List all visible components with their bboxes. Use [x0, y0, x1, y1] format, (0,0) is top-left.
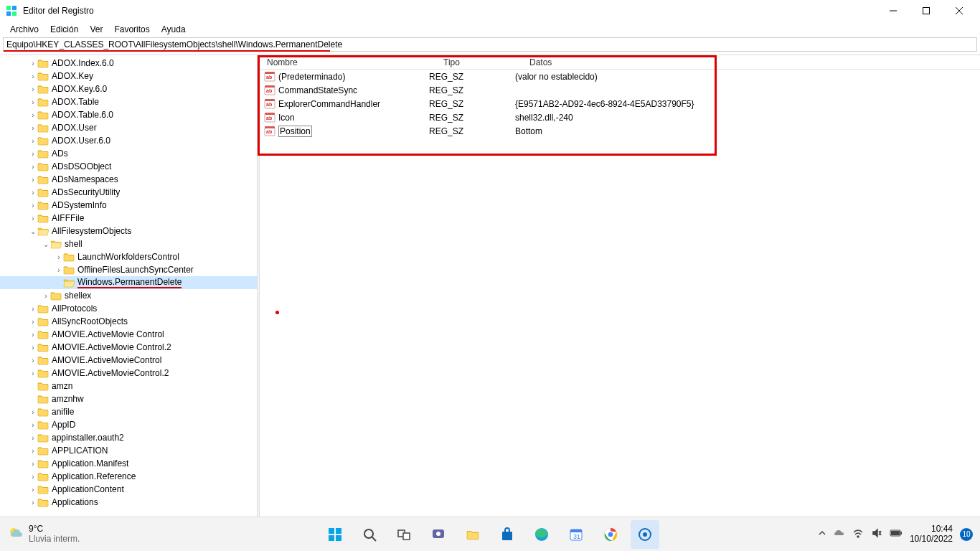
tree-item[interactable]: ›AllSyncRootObjects [0, 315, 257, 328]
tree-item[interactable]: ›shellex [0, 289, 257, 302]
tree-item[interactable]: ›ADOX.Index.6.0 [0, 57, 257, 70]
minimize-button[interactable] [877, 0, 910, 22]
chevron-right-icon[interactable]: › [29, 357, 37, 364]
chevron-right-icon[interactable]: › [29, 344, 37, 352]
chevron-right-icon[interactable]: › [29, 434, 37, 442]
chevron-right-icon[interactable]: › [29, 421, 37, 429]
chevron-right-icon[interactable]: › [55, 253, 63, 261]
chevron-right-icon[interactable]: › [29, 202, 37, 209]
tree-item[interactable]: ›OfflineFilesLaunchSyncCenter [0, 263, 257, 276]
close-button[interactable] [943, 0, 976, 22]
tree-item[interactable]: ›ApplicationContent [0, 483, 257, 496]
tree-pane[interactable]: ›ADOX.Index.6.0›ADOX.Key›ADOX.Key.6.0›AD… [0, 55, 257, 517]
chevron-right-icon[interactable]: › [29, 499, 37, 507]
chevron-right-icon[interactable]: › [29, 72, 37, 80]
chevron-right-icon[interactable]: › [29, 318, 37, 326]
chevron-right-icon[interactable]: › [29, 331, 37, 339]
menu-ayuda[interactable]: Ayuda [156, 23, 192, 36]
list-row[interactable]: PositionREG_SZBottom [260, 124, 980, 138]
list-body[interactable]: (Predeterminado)REG_SZ(valor no establec… [260, 70, 980, 138]
chevron-right-icon[interactable]: › [29, 124, 37, 132]
tree-item[interactable]: Windows.PermanentDelete [0, 276, 257, 289]
chevron-down-icon[interactable]: ⌄ [42, 240, 50, 248]
explorer-button[interactable] [458, 520, 487, 549]
tree-item[interactable]: ›ADOX.Table [0, 95, 257, 108]
tree-item[interactable]: ›AIFFFile [0, 212, 257, 225]
tree-item[interactable]: ›AMOVIE.ActiveMovieControl [0, 354, 257, 367]
chevron-right-icon[interactable]: › [42, 292, 50, 300]
tray-wifi-icon[interactable] [852, 527, 864, 541]
calendar-button[interactable]: 31 [562, 520, 590, 549]
chrome-button[interactable] [596, 520, 625, 549]
chevron-right-icon[interactable]: › [29, 137, 37, 145]
chevron-right-icon[interactable]: › [29, 447, 37, 455]
tree-item[interactable]: ›Application.Reference [0, 470, 257, 483]
menu-edicion[interactable]: Edición [44, 23, 84, 36]
tree-item[interactable]: ›ADsDSOObject [0, 160, 257, 173]
chat-button[interactable] [424, 520, 453, 549]
col-header-type[interactable]: Tipo [443, 57, 529, 67]
weather-widget[interactable]: 9°C Lluvia interm. [7, 524, 80, 544]
chevron-right-icon[interactable]: › [29, 85, 37, 93]
tree-item[interactable]: ›ADOX.Key.6.0 [0, 83, 257, 95]
tree-item[interactable]: ›AMOVIE.ActiveMovie Control.2 [0, 341, 257, 354]
chevron-right-icon[interactable]: › [29, 111, 37, 119]
col-header-data[interactable]: Datos [529, 57, 980, 67]
tree-item[interactable]: ›Applications [0, 496, 257, 509]
tree-item[interactable]: ›AMOVIE.ActiveMovieControl.2 [0, 367, 257, 380]
tree-item[interactable]: ›ADOX.User [0, 121, 257, 134]
store-button[interactable] [493, 520, 522, 549]
address-bar[interactable]: Equipo\HKEY_CLASSES_ROOT\AllFilesystemOb… [3, 37, 977, 52]
list-row[interactable]: IconREG_SZshell32.dll,-240 [260, 110, 980, 124]
tree-item[interactable]: ›ADs [0, 147, 257, 160]
menu-archivo[interactable]: Archivo [4, 23, 44, 36]
tree-item[interactable]: ›ADOX.User.6.0 [0, 134, 257, 147]
tray-chevron-icon[interactable] [818, 529, 826, 540]
chevron-right-icon[interactable]: › [29, 408, 37, 416]
chevron-right-icon[interactable]: › [29, 163, 37, 171]
chevron-right-icon[interactable]: › [29, 369, 37, 377]
tree-item[interactable]: ›ADOX.Key [0, 70, 257, 83]
list-row[interactable]: CommandStateSyncREG_SZ [260, 83, 980, 97]
tree-item[interactable]: ›anifile [0, 405, 257, 418]
chevron-right-icon[interactable]: › [29, 460, 37, 468]
edge-button[interactable] [527, 520, 556, 549]
chevron-right-icon[interactable]: › [29, 176, 37, 184]
chevron-down-icon[interactable]: ⌄ [29, 227, 37, 235]
tree-item[interactable]: ›Application.Manifest [0, 457, 257, 470]
chevron-right-icon[interactable]: › [29, 189, 37, 197]
tree-item[interactable]: ›ADsNamespaces [0, 173, 257, 186]
chevron-right-icon[interactable]: › [29, 486, 37, 494]
tree-item[interactable]: ⌄shell [0, 237, 257, 250]
tree-item[interactable]: amzn [0, 380, 257, 392]
tree-item[interactable]: ›LaunchWorkfoldersControl [0, 250, 257, 263]
tree-item[interactable]: ›ADsSecurityUtility [0, 186, 257, 199]
chevron-right-icon[interactable]: › [29, 150, 37, 158]
search-button[interactable] [355, 520, 384, 549]
start-button[interactable] [321, 520, 349, 549]
tray-volume-icon[interactable] [871, 527, 882, 541]
chevron-right-icon[interactable]: › [29, 60, 37, 67]
tray-notification-badge[interactable]: 10 [960, 528, 973, 541]
chevron-right-icon[interactable]: › [29, 98, 37, 106]
menu-favoritos[interactable]: Favoritos [108, 23, 155, 36]
tree-item[interactable]: ›APPLICATION [0, 444, 257, 457]
col-header-name[interactable]: Nombre [264, 57, 443, 67]
list-row[interactable]: (Predeterminado)REG_SZ(valor no establec… [260, 70, 980, 83]
tree-item[interactable]: ›ADSystemInfo [0, 199, 257, 212]
chevron-right-icon[interactable]: › [29, 215, 37, 222]
tree-item[interactable]: amznhw [0, 392, 257, 405]
maximize-button[interactable] [910, 0, 943, 22]
tray-clock[interactable]: 10:44 10/10/2022 [910, 524, 953, 543]
task-view-button[interactable] [390, 520, 418, 549]
chevron-right-icon[interactable]: › [55, 266, 63, 274]
tray-onedrive-icon[interactable] [834, 527, 845, 541]
tree-item[interactable]: ⌄AllFilesystemObjects [0, 225, 257, 237]
chevron-right-icon[interactable]: › [29, 305, 37, 313]
settings-app-button[interactable] [631, 520, 659, 549]
tree-item[interactable]: ›AppID [0, 418, 257, 431]
tree-item[interactable]: ›AllProtocols [0, 302, 257, 315]
tree-item[interactable]: ›ADOX.Table.6.0 [0, 108, 257, 121]
list-row[interactable]: ExplorerCommandHandlerREG_SZ{E9571AB2-AD… [260, 97, 980, 110]
menu-ver[interactable]: Ver [84, 23, 108, 36]
